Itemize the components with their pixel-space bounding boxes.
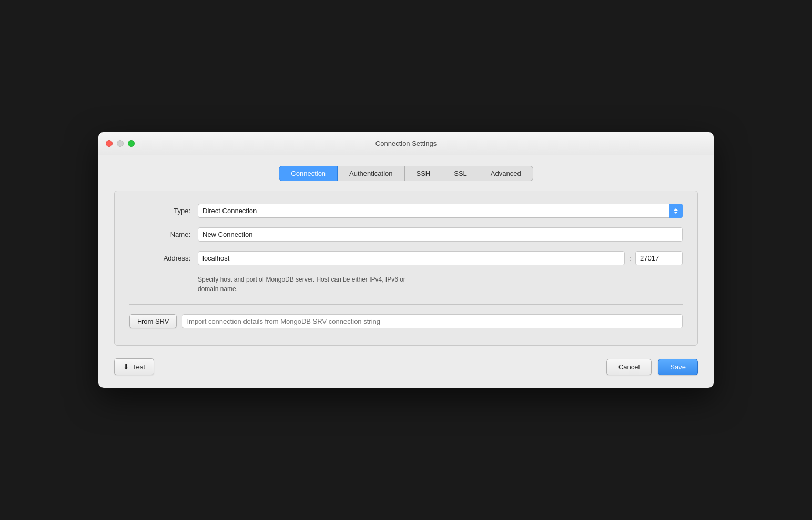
footer: ⬇ Test Cancel Save: [114, 354, 698, 375]
type-row: Type: Direct Connection Replica Set Shar…: [129, 204, 683, 218]
from-srv-button[interactable]: From SRV: [129, 314, 177, 328]
divider: [129, 304, 683, 305]
address-row: Address: :: [129, 251, 683, 265]
srv-input[interactable]: [182, 314, 683, 328]
name-input[interactable]: [198, 227, 683, 242]
srv-row: From SRV: [129, 314, 683, 333]
tab-authentication[interactable]: Authentication: [338, 166, 404, 181]
titlebar: Connection Settings: [98, 132, 714, 155]
save-button[interactable]: Save: [658, 359, 698, 375]
host-input[interactable]: [198, 251, 625, 265]
type-select[interactable]: Direct Connection Replica Set Sharded Cl…: [198, 204, 683, 218]
maximize-button[interactable]: [128, 140, 135, 147]
window-title: Connection Settings: [375, 139, 437, 147]
test-button[interactable]: ⬇ Test: [114, 358, 154, 375]
footer-right: Cancel Save: [606, 359, 698, 375]
tab-ssh[interactable]: SSH: [405, 166, 443, 181]
address-hint: Specify host and port of MongoDB server.…: [198, 275, 683, 294]
test-label: Test: [133, 363, 145, 371]
port-input[interactable]: [635, 251, 683, 265]
window-body: Connection Authentication SSH SSL Advanc…: [98, 155, 714, 388]
cancel-button[interactable]: Cancel: [606, 359, 652, 375]
tab-advanced[interactable]: Advanced: [479, 166, 533, 181]
form-panel: Type: Direct Connection Replica Set Shar…: [114, 191, 698, 346]
type-select-wrapper: Direct Connection Replica Set Sharded Cl…: [198, 204, 683, 218]
address-row-inner: :: [198, 251, 683, 265]
minimize-button[interactable]: [117, 140, 124, 147]
connection-settings-window: Connection Settings Connection Authentic…: [98, 132, 714, 388]
tab-ssl[interactable]: SSL: [442, 166, 479, 181]
address-control: :: [198, 251, 683, 265]
tab-connection[interactable]: Connection: [279, 166, 338, 181]
traffic-lights: [106, 140, 135, 147]
name-label: Name:: [129, 231, 198, 238]
colon-separator: :: [625, 254, 635, 263]
type-label: Type:: [129, 207, 198, 215]
name-row: Name:: [129, 227, 683, 242]
close-button[interactable]: [106, 140, 113, 147]
name-control: [198, 227, 683, 242]
tabs-row: Connection Authentication SSH SSL Advanc…: [114, 166, 698, 181]
address-label: Address:: [129, 254, 198, 262]
test-icon: ⬇: [123, 363, 129, 371]
